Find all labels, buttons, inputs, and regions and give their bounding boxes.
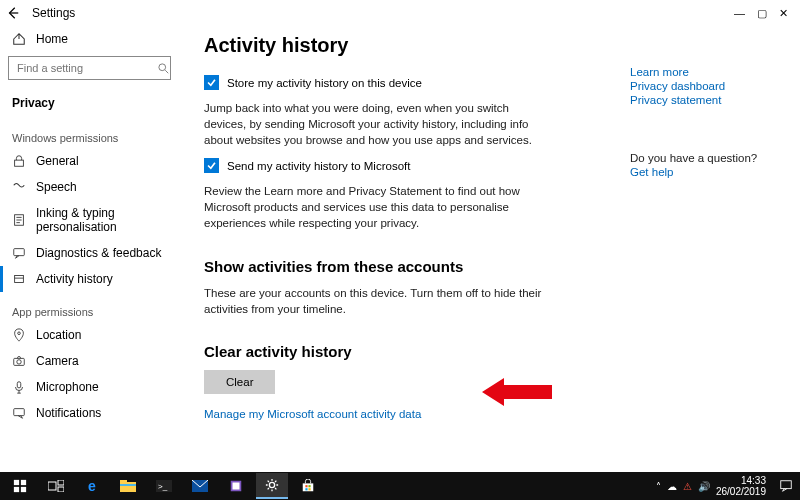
camera-icon (12, 354, 26, 368)
taskbar-explorer[interactable] (112, 474, 144, 498)
svg-rect-30 (305, 488, 307, 490)
svg-rect-8 (17, 382, 21, 388)
location-icon (12, 328, 26, 342)
taskview-button[interactable] (40, 474, 72, 498)
sidebar-item-diagnostics[interactable]: Diagnostics & feedback (0, 240, 179, 266)
svg-rect-4 (15, 276, 24, 283)
taskbar-edge[interactable]: e (76, 474, 108, 498)
svg-rect-15 (48, 482, 56, 490)
activity-icon (12, 272, 26, 286)
sidebar-group1-label: Windows permissions (0, 118, 179, 148)
sidebar-item-label: Location (36, 328, 81, 342)
tray-network-icon[interactable]: ⚠ (683, 481, 692, 492)
sidebar-item-microphone[interactable]: Microphone (0, 374, 179, 400)
sidebar-item-notifications[interactable]: Notifications (0, 400, 179, 426)
sidebar-section-current[interactable]: Privacy (0, 88, 179, 118)
svg-rect-13 (14, 487, 19, 492)
annotation-arrow (482, 374, 552, 410)
svg-marker-10 (482, 378, 552, 406)
home-icon (12, 32, 26, 46)
svg-rect-19 (120, 480, 127, 484)
feedback-icon (12, 246, 26, 260)
checkbox-store-history[interactable]: Store my activity history on this device (204, 75, 564, 90)
taskbar-notes[interactable] (220, 474, 252, 498)
taskbar-clock[interactable]: 14:33 26/02/2019 (716, 475, 770, 497)
sidebar-item-label: Notifications (36, 406, 101, 420)
checkbox-icon (204, 158, 219, 173)
svg-text:>_: >_ (158, 482, 168, 491)
send-history-description: Review the Learn more and Privacy Statem… (204, 183, 544, 231)
accounts-heading: Show activities from these accounts (204, 258, 564, 275)
sidebar-home[interactable]: Home (0, 26, 179, 52)
window-close[interactable]: ✕ (779, 7, 788, 20)
taskbar-mail[interactable] (184, 474, 216, 498)
get-help-link[interactable]: Get help (630, 166, 780, 178)
search-icon (157, 62, 169, 74)
svg-rect-3 (14, 249, 25, 256)
learn-more-link[interactable]: Learn more (630, 66, 780, 78)
speech-icon (12, 180, 26, 194)
svg-rect-29 (308, 485, 310, 487)
sidebar-home-label: Home (36, 32, 68, 46)
sidebar-item-general[interactable]: General (0, 148, 179, 174)
svg-rect-25 (233, 483, 240, 490)
sidebar-item-label: Camera (36, 354, 79, 368)
checkbox-icon (204, 75, 219, 90)
taskbar-terminal[interactable]: >_ (148, 474, 180, 498)
sidebar-item-label: General (36, 154, 79, 168)
privacy-statement-link[interactable]: Privacy statement (630, 94, 780, 106)
accounts-description: These are your accounts on this device. … (204, 285, 544, 317)
store-history-description: Jump back into what you were doing, even… (204, 100, 544, 148)
privacy-dashboard-link[interactable]: Privacy dashboard (630, 80, 780, 92)
sidebar-item-label: Activity history (36, 272, 113, 286)
sidebar: Home Privacy Windows permissions General (0, 26, 180, 472)
taskbar-store[interactable] (292, 474, 324, 498)
sidebar-item-camera[interactable]: Camera (0, 348, 179, 374)
svg-rect-27 (303, 483, 314, 491)
system-tray[interactable]: ˄ ☁ ⚠ 🔊 14:33 26/02/2019 (656, 474, 796, 498)
svg-rect-16 (58, 480, 64, 485)
svg-rect-11 (14, 480, 19, 485)
tray-onedrive-icon[interactable]: ☁ (667, 481, 677, 492)
tray-volume-icon[interactable]: 🔊 (698, 481, 710, 492)
lock-icon (12, 154, 26, 168)
tray-chevron-icon[interactable]: ˄ (656, 481, 661, 492)
search-input-field[interactable] (15, 61, 157, 75)
sidebar-item-label: Microphone (36, 380, 99, 394)
start-button[interactable] (4, 474, 36, 498)
checkbox-send-history[interactable]: Send my activity history to Microsoft (204, 158, 564, 173)
clear-button[interactable]: Clear (204, 370, 275, 394)
svg-rect-32 (781, 481, 792, 489)
svg-point-5 (18, 332, 21, 335)
sidebar-item-activity-history[interactable]: Activity history (0, 266, 179, 292)
clear-heading: Clear activity history (204, 343, 564, 360)
svg-point-26 (269, 482, 274, 487)
svg-rect-17 (58, 487, 64, 492)
svg-rect-31 (308, 488, 310, 490)
svg-point-0 (159, 64, 166, 71)
window-minimize[interactable]: — (734, 7, 745, 20)
svg-rect-1 (15, 160, 24, 166)
window-title: Settings (32, 6, 75, 20)
microphone-icon (12, 380, 26, 394)
svg-point-7 (17, 360, 21, 364)
svg-rect-12 (21, 480, 26, 485)
sidebar-item-label: Diagnostics & feedback (36, 246, 161, 260)
taskbar-date: 26/02/2019 (716, 486, 766, 497)
window-restore[interactable]: ▢ (757, 7, 767, 20)
svg-rect-14 (21, 487, 26, 492)
inking-icon (12, 213, 26, 227)
svg-rect-20 (120, 484, 136, 486)
sidebar-item-location[interactable]: Location (0, 322, 179, 348)
back-icon[interactable] (6, 6, 20, 20)
checkbox-label: Store my activity history on this device (227, 77, 422, 89)
svg-rect-28 (305, 485, 307, 487)
taskbar-time: 14:33 (716, 475, 766, 486)
action-center-button[interactable] (776, 474, 796, 498)
taskbar-settings[interactable] (256, 473, 288, 499)
question-label: Do you have a question? (630, 152, 780, 164)
sidebar-item-speech[interactable]: Speech (0, 174, 179, 200)
page-title: Activity history (204, 34, 564, 57)
sidebar-item-inking[interactable]: Inking & typing personalisation (0, 200, 179, 240)
search-input[interactable] (8, 56, 171, 80)
